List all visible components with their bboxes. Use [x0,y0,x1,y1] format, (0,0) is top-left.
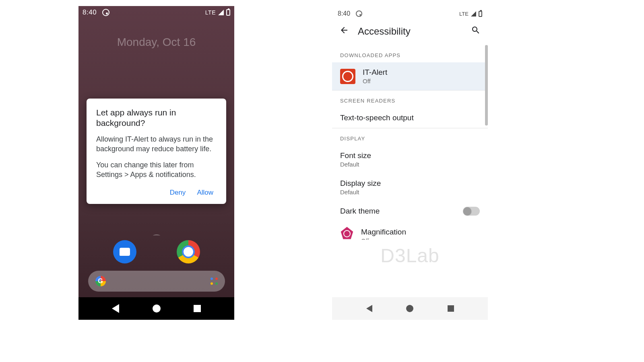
status-bar: 8:40 LTE [78,6,234,19]
signal-icon [471,11,476,16]
dark-theme-toggle[interactable] [463,207,480,216]
home-dock [78,234,234,292]
scrollbar[interactable] [485,45,488,125]
system-nav-bar [78,297,234,320]
nav-home-icon[interactable] [406,305,413,312]
app-drawer-handle-icon[interactable] [153,234,160,237]
section-screen-readers: SCREEN READERS [332,90,488,108]
settings-list[interactable]: DOWNLOADED APPS IT-Alert Off SCREEN READ… [332,45,488,299]
item-magnification[interactable]: Magnification Off [332,221,488,246]
item-font-size[interactable]: Font size Default [332,146,488,173]
chrome-app-icon[interactable] [177,240,200,263]
item-it-alert[interactable]: IT-Alert Off [332,62,488,90]
background-permission-dialog: Let app always run in background? Allowi… [87,99,226,204]
dialog-body: Allowing IT-Alert to always run in the b… [96,134,217,180]
nav-recents-icon[interactable] [448,305,454,312]
dialog-body-line1: Allowing IT-Alert to always run in the b… [96,134,217,154]
search-icon [471,25,481,35]
battery-icon [479,11,482,17]
phone-right: 8:40 LTE Accessibility DOWNLOADED APPS [332,6,488,320]
item-title: Font size [340,151,371,160]
page-title: Accessibility [358,26,462,37]
dialog-title: Let app always run in background? [96,107,217,129]
google-search-bar[interactable] [88,271,225,292]
arrow-back-icon [339,25,349,35]
status-bar: 8:40 LTE [332,6,488,20]
status-network: LTE [205,9,216,16]
item-subtitle: Default [340,161,371,168]
item-subtitle: Off [363,78,387,84]
it-alert-app-icon [340,69,355,84]
item-title: Text-to-speech output [340,113,414,122]
section-display: DISPLAY [332,128,488,146]
item-subtitle: Off [361,237,406,240]
magnification-icon [340,227,354,241]
item-title: IT-Alert [363,68,387,77]
item-text-to-speech[interactable]: Text-to-speech output [332,108,488,128]
section-downloaded-apps: DOWNLOADED APPS [332,45,488,62]
notification-icon [356,10,362,17]
messages-app-icon[interactable] [113,240,136,263]
allow-button[interactable]: Allow [197,189,213,197]
nav-back-icon[interactable] [366,305,372,312]
google-logo-icon [95,276,106,286]
deny-button[interactable]: Deny [170,189,186,197]
home-date: Monday, Oct 16 [78,36,234,49]
nav-home-icon[interactable] [153,304,161,313]
item-dark-theme[interactable]: Dark theme [332,201,488,221]
status-time: 8:40 [338,10,350,17]
system-nav-bar [332,297,488,320]
battery-icon [226,9,230,16]
back-button[interactable] [339,25,349,37]
nav-recents-icon[interactable] [194,305,201,312]
item-title: Dark theme [340,207,380,216]
phone-left: 8:40 LTE Monday, Oct 16 Let app always r… [78,6,234,320]
nav-back-icon[interactable] [112,304,119,313]
watermark: D3Lab [332,245,488,267]
signal-icon [218,10,224,15]
status-time: 8:40 [83,8,97,16]
item-title: Magnification [361,228,406,237]
search-button[interactable] [471,25,481,37]
item-title: Display size [340,179,381,188]
item-display-size[interactable]: Display size Default [332,173,488,201]
app-bar: Accessibility [332,20,488,45]
dialog-body-line2: You can change this later from Settings … [96,160,217,180]
notification-icon [102,9,109,16]
item-subtitle: Default [340,189,381,195]
status-network: LTE [459,11,469,17]
assistant-icon[interactable] [211,278,218,285]
